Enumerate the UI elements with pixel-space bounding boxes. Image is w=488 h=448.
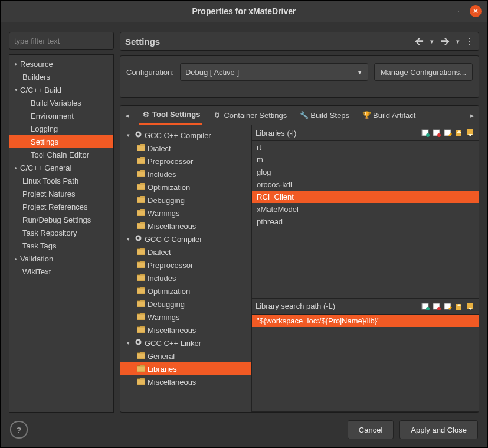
nav-item[interactable]: Project References [9,200,113,213]
nav-item-label: Linux Tools Path [22,176,78,185]
tabs-scroll-right-icon[interactable]: ▸ [468,111,476,120]
tool-option[interactable]: Dialect [120,142,251,155]
list-item[interactable]: glog [252,166,479,178]
add-icon[interactable] [421,128,430,138]
tabs-scroll-left-icon[interactable]: ◂ [123,111,131,120]
libraries-list[interactable]: rtmglogorocos-kdlRCI_ClientxMateModelpth… [252,141,479,298]
configuration-combo[interactable]: Debug [ Active ] ▼ [180,63,368,81]
tool-option[interactable]: Warnings [120,310,251,323]
tab[interactable]: 🔧Build Steps [297,106,352,125]
nav-item-label: Environment [31,112,74,120]
header-forward-icon[interactable]: 🡲 [438,37,451,47]
tool-group[interactable]: ▾GCC C++ Compiler [120,129,251,142]
cancel-button[interactable]: Cancel [348,420,394,439]
filter-input[interactable]: type filter text [9,32,114,50]
nav-item[interactable]: Linux Tools Path [9,174,113,187]
tool-option[interactable]: Miscellaneous [120,375,251,388]
move-up-icon[interactable] [454,128,464,138]
tool-option[interactable]: Includes [120,168,251,181]
tool-option[interactable]: Preprocessor [120,259,251,272]
nav-item[interactable]: ▸C/C++ General [9,161,113,174]
nav-item[interactable]: ▾C/C++ Build [9,83,113,96]
svg-point-10 [137,237,140,240]
nav-item[interactable]: Environment [9,109,113,122]
nav-item[interactable]: ▸Validation [9,252,113,265]
nav-item[interactable]: Logging [9,122,113,135]
tree-label: Debugging [148,196,185,205]
header-back-icon[interactable]: 🡰 [412,37,425,47]
libpath-list[interactable]: "${workspace_loc:/${ProjName}/lib}" [252,315,479,411]
move-down-icon[interactable] [466,128,475,138]
window-min-max-icon[interactable]: ▫ [452,5,464,17]
edit-icon[interactable] [443,128,453,138]
manage-configurations-button[interactable]: Manage Configurations... [374,63,473,81]
tool-option[interactable]: Preprocessor [120,155,251,168]
svg-point-31 [426,307,430,310]
tool-option[interactable]: Libraries [120,362,251,375]
delete-icon[interactable] [432,128,441,138]
list-item[interactable]: rt [252,141,479,153]
nav-item[interactable]: Builders [9,70,113,83]
apply-close-button[interactable]: Apply and Close [399,420,478,439]
tree-label: GCC C++ Compiler [145,131,211,140]
tree-label: Preprocessor [148,157,193,166]
tool-option[interactable]: Dialect [120,246,251,259]
edit-icon[interactable] [443,302,453,311]
svg-rect-13 [137,275,145,281]
list-item[interactable]: RCI_Client [252,191,479,203]
tab[interactable]: 🏆Build Artifact [360,106,418,125]
folder-icon [137,209,145,218]
header-menu-icon[interactable]: ⋮ [464,36,474,47]
move-up-icon[interactable] [454,302,464,311]
tool-option[interactable]: Debugging [120,297,251,310]
window-close-icon[interactable]: ✕ [470,5,482,17]
nav-item[interactable]: Tool Chain Editor [9,148,113,161]
svg-rect-11 [137,249,145,255]
nav-item[interactable]: Task Tags [9,239,113,252]
tree-label: Includes [148,274,176,283]
svg-rect-4 [137,171,145,177]
nav-item[interactable]: Run/Debug Settings [9,213,113,226]
tool-option[interactable]: Includes [120,272,251,285]
tool-option[interactable]: Debugging [120,194,251,207]
header-back-menu-icon[interactable]: ▾ [425,38,438,45]
dropdown-icon: ▼ [357,69,363,76]
list-item-label: orocos-kdl [257,180,292,189]
tool-group[interactable]: ▾GCC C Compiler [120,233,251,246]
add-icon[interactable] [421,302,430,311]
svg-point-26 [437,133,441,137]
nav-item[interactable]: Task Repository [9,226,113,239]
tool-option[interactable]: Miscellaneous [120,323,251,336]
nav-item[interactable]: WikiText [9,265,113,278]
tree-label: Preprocessor [148,261,193,270]
tree-label: Dialect [148,144,171,153]
nav-item[interactable]: ▸Resource [9,57,113,70]
tab[interactable]: ⚙Tool Settings [139,106,202,125]
list-item[interactable]: pthread [252,215,479,228]
nav-item-label: Project Natures [22,189,76,198]
move-down-icon[interactable] [466,302,475,311]
nav-item[interactable]: Project Natures [9,187,113,200]
list-item[interactable]: orocos-kdl [252,178,479,191]
nav-item[interactable]: Settings [9,135,113,148]
tree-label: Includes [148,170,176,179]
list-item[interactable]: m [252,153,479,166]
tool-option[interactable]: Optimization [120,285,251,297]
tool-option[interactable]: General [120,349,251,362]
list-item[interactable]: "${workspace_loc:/${ProjName}/lib}" [252,315,479,327]
tool-group[interactable]: ▾GCC C++ Linker [120,336,251,349]
delete-icon[interactable] [432,302,441,311]
tab[interactable]: 🛢Container Settings [211,106,289,125]
help-icon[interactable]: ? [10,421,28,439]
list-item-label: pthread [257,217,283,226]
nav-item-label: Validation [20,254,53,263]
nav-item[interactable]: Build Variables [9,96,113,109]
folder-icon [137,261,145,270]
tool-option[interactable]: Optimization [120,181,251,194]
tool-option[interactable]: Miscellaneous [120,220,251,233]
list-item[interactable]: xMateModel [252,203,479,215]
folder-icon [137,352,145,361]
tool-option[interactable]: Warnings [120,207,251,220]
header-forward-menu-icon[interactable]: ▾ [451,38,464,45]
nav-tree: ▸ResourceBuilders▾C/C++ BuildBuild Varia… [9,54,114,413]
